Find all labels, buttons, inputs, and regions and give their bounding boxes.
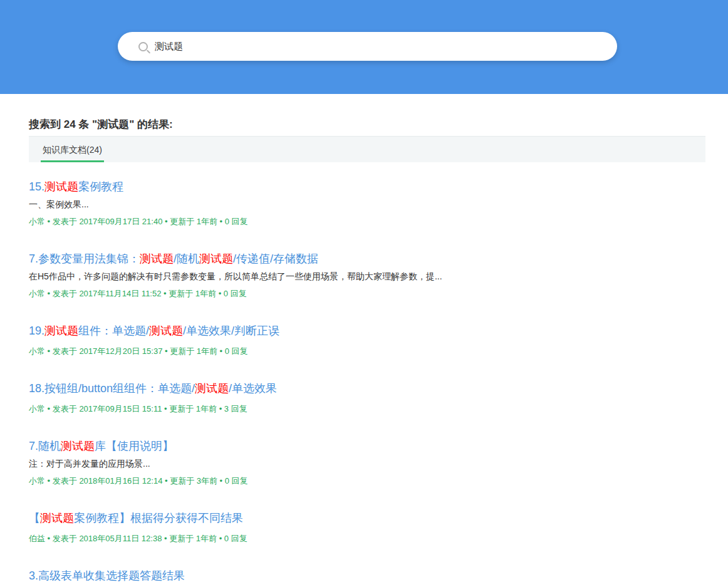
result-snippet: 注：对于高并发量的应用场景... [29,457,705,470]
title-text: /单选效果 [229,382,277,395]
title-text: 7.参数变量用法集锦： [29,252,140,265]
result-item: 19.测试题组件：单选题/测试题/单选效果/判断正误小常 • 发表于 2017年… [29,323,705,357]
result-item: 7.参数变量用法集锦：测试题/随机测试题/传递值/存储数据在H5作品中，许多问题… [29,251,705,299]
highlighted-keyword: 测试题 [40,512,74,524]
highlighted-keyword: 测试题 [61,440,95,452]
title-text: /单选效果/判断正误 [183,325,279,337]
result-title-link[interactable]: 3.高级表单收集选择题答题结果 [29,568,705,583]
app-header [0,0,728,94]
title-text: 15. [29,180,44,193]
result-title-link[interactable]: 15.测试题案例教程 [29,179,705,194]
highlighted-keyword: 测试题 [44,180,78,193]
title-text: 案例教程 [78,180,123,193]
title-text: 3.高级表单收集选择题答题结果 [29,569,185,582]
title-text: 组件：单选题/ [78,325,149,337]
title-text: /随机 [174,252,199,265]
result-snippet: 在H5作品中，许多问题的解决有时只需参数变量，所以简单总结了一些使用场景，帮助大… [29,270,705,283]
search-results-page: 搜索到 24 条 "测试题" 的结果: 知识库文档(24) 15.测试题案例教程… [0,117,728,583]
result-meta: 小常 • 发表于 2017年09月15日 15:11 • 更新于 1年前 • 3… [29,403,705,415]
result-title-link[interactable]: 【测试题案例教程】根据得分获得不同结果 [29,511,705,526]
result-item: 15.测试题案例教程一、案例效果...小常 • 发表于 2017年09月17日 … [29,179,705,227]
title-text: 【 [29,512,40,524]
result-title-link[interactable]: 18.按钮组/button组组件：单选题/测试题/单选效果 [29,381,705,396]
title-text: 19. [29,325,44,337]
result-meta: 小常 • 发表于 2017年11月14日 11:52 • 更新于 1年前 • 0… [29,288,705,299]
search-input[interactable] [155,41,606,52]
search-box[interactable] [118,32,617,61]
result-item: 3.高级表单收集选择题答题结果 [29,568,705,583]
highlighted-keyword: 测试题 [149,325,183,337]
title-text: 7.随机 [29,440,61,452]
highlighted-keyword: 测试题 [199,252,233,265]
result-meta: 小常 • 发表于 2017年09月17日 21:40 • 更新于 1年前 • 0… [29,216,705,227]
result-title-link[interactable]: 19.测试题组件：单选题/测试题/单选效果/判断正误 [29,323,705,338]
result-meta: 小常 • 发表于 2017年12月20日 15:37 • 更新于 1年前 • 0… [29,346,705,357]
title-text: 库【使用说明】 [95,440,174,452]
result-meta: 伯益 • 发表于 2018年05月11日 12:38 • 更新于 1年前 • 0… [29,533,705,544]
results-list: 15.测试题案例教程一、案例效果...小常 • 发表于 2017年09月17日 … [29,179,705,583]
highlighted-keyword: 测试题 [140,252,174,265]
tab-knowledge-base-docs[interactable]: 知识库文档(24) [41,137,104,162]
result-snippet: 一、案例效果... [29,198,705,210]
result-item: 7.随机测试题库【使用说明】注：对于高并发量的应用场景...小常 • 发表于 2… [29,439,705,487]
title-text: /传递值/存储数据 [233,252,318,265]
results-summary: 搜索到 24 条 "测试题" 的结果: [29,117,705,132]
result-title-link[interactable]: 7.随机测试题库【使用说明】 [29,439,705,454]
result-item: 【测试题案例教程】根据得分获得不同结果伯益 • 发表于 2018年05月11日 … [29,511,705,544]
title-text: 案例教程】根据得分获得不同结果 [74,512,243,524]
result-meta: 小常 • 发表于 2018年01月16日 12:14 • 更新于 3年前 • 0… [29,475,705,487]
result-item: 18.按钮组/button组组件：单选题/测试题/单选效果小常 • 发表于 20… [29,381,705,415]
tab-label: 知识库文档(24) [43,145,102,155]
tab-bar: 知识库文档(24) [29,136,705,162]
title-text: 18.按钮组/button组组件：单选题/ [29,382,195,395]
result-title-link[interactable]: 7.参数变量用法集锦：测试题/随机测试题/传递值/存储数据 [29,251,705,266]
highlighted-keyword: 测试题 [44,325,78,337]
highlighted-keyword: 测试题 [195,382,229,395]
search-icon[interactable] [138,42,148,51]
